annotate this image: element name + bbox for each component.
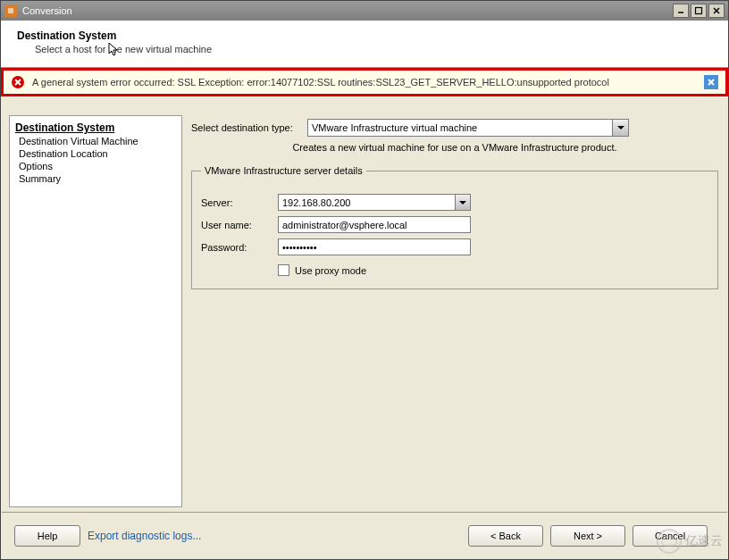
app-icon (4, 4, 17, 17)
cloud-icon (657, 529, 682, 554)
wizard-header: Destination System Select a host for the… (1, 21, 728, 68)
minimize-button[interactable] (673, 4, 689, 18)
maximize-button[interactable] (691, 4, 707, 18)
mouse-cursor-icon (108, 42, 121, 58)
sidebar-item-vm[interactable]: Destination Virtual Machine (19, 136, 176, 146)
username-field[interactable] (279, 220, 470, 230)
watermark: 亿速云 (657, 529, 723, 554)
server-label: Server: (201, 197, 278, 208)
error-message: A general system error occurred: SSL Exc… (32, 77, 695, 88)
page-subtitle-text: Select a host for the new virtual machin… (35, 44, 212, 54)
dest-type-value: VMware Infrastructure virtual machine (308, 122, 612, 133)
error-banner: A general system error occurred: SSL Exc… (1, 68, 728, 96)
server-value: 192.168.80.200 (279, 197, 455, 208)
watermark-text: 亿速云 (685, 533, 723, 549)
wizard-body: Destination System Destination Virtual M… (2, 115, 727, 511)
page-title: Destination System (17, 29, 712, 42)
password-field[interactable] (279, 242, 470, 253)
app-window: Conversion Destination System Select a h… (0, 0, 729, 560)
sidebar-item-summary[interactable]: Summary (19, 173, 176, 184)
dest-type-description: Creates a new virtual machine for use on… (191, 142, 718, 153)
username-input[interactable] (278, 216, 471, 233)
help-button[interactable]: Help (14, 525, 80, 547)
window-title: Conversion (22, 5, 673, 16)
next-button[interactable]: Next > (550, 525, 625, 547)
sidebar-item-location[interactable]: Destination Location (19, 148, 176, 159)
proxy-label: Use proxy mode (295, 265, 366, 276)
sidebar-item-options[interactable]: Options (19, 161, 176, 171)
server-details-legend: VMware Infrastructure server details (201, 165, 366, 176)
proxy-mode-row[interactable]: Use proxy mode (278, 264, 708, 276)
titlebar[interactable]: Conversion (1, 1, 728, 21)
export-logs-link[interactable]: Export diagnostic logs... (88, 530, 201, 542)
svg-rect-1 (8, 8, 13, 13)
chevron-down-icon[interactable] (612, 120, 628, 136)
chevron-down-icon[interactable] (455, 195, 470, 210)
error-close-button[interactable] (704, 75, 718, 89)
sidebar-current-step: Destination System (15, 121, 178, 134)
username-label: User name: (201, 220, 278, 230)
back-button[interactable]: < Back (468, 525, 543, 547)
dest-type-combo[interactable]: VMware Infrastructure virtual machine (307, 119, 629, 137)
password-label: Password: (201, 242, 278, 253)
wizard-main: Select destination type: VMware Infrastr… (186, 115, 727, 511)
server-combo[interactable]: 192.168.80.200 (278, 194, 471, 211)
server-details-group: VMware Infrastructure server details Ser… (191, 165, 718, 289)
svg-rect-3 (696, 8, 702, 14)
page-subtitle: Select a host for the new virtual machin… (35, 44, 712, 54)
proxy-checkbox[interactable] (278, 264, 289, 276)
wizard-footer: Help Export diagnostic logs... < Back Ne… (2, 512, 727, 558)
error-icon (11, 75, 25, 89)
close-button[interactable] (708, 4, 725, 18)
dest-type-label: Select destination type: (191, 122, 307, 133)
wizard-steps-sidebar: Destination System Destination Virtual M… (9, 115, 182, 507)
password-input[interactable] (278, 238, 471, 255)
